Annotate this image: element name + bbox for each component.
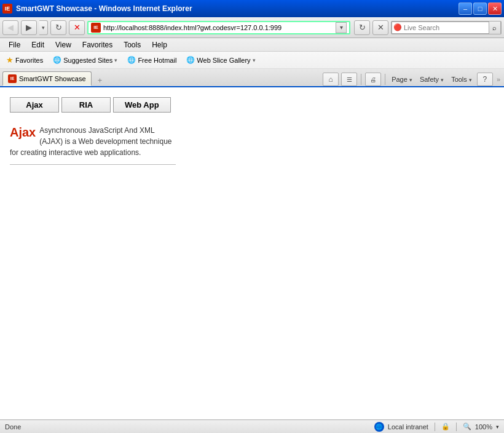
ajax-button[interactable]: Ajax (10, 97, 59, 113)
address-favicon: IE (91, 23, 101, 33)
nav-buttons-row: Ajax RIA Web App (10, 97, 494, 113)
page-menu[interactable]: Page ▾ (389, 74, 415, 84)
active-tab[interactable]: IE SmartGWT Showcase (2, 71, 92, 86)
suggested-sites-label: Suggested Sites (63, 57, 112, 64)
zoom-icon: 🔍 (463, 423, 471, 431)
menu-file[interactable]: File (4, 39, 25, 50)
back-button[interactable]: ◀ (2, 20, 18, 35)
nav-stop-btn[interactable]: ✕ (372, 20, 388, 35)
address-url: http://localhost:8888/index.html?gwt.cod… (103, 24, 333, 31)
menu-bar: File Edit View Favorites Tools Help (0, 38, 504, 52)
tab-title: SmartGWT Showcase (19, 75, 86, 82)
suggested-sites-link[interactable]: 🌐 Suggested Sites ▾ (50, 55, 120, 65)
tabs-toolbar: ⌂ ☰ 🖨 Page ▾ Safety ▾ Tools ▾ ? » (323, 73, 502, 86)
status-divider2 (456, 423, 457, 431)
refresh-button[interactable]: ↻ (50, 20, 66, 35)
print-button[interactable]: 🖨 (365, 73, 381, 86)
web-slice-gallery-label: Web Slice Gallery (197, 57, 250, 64)
star-icon: ★ (6, 55, 14, 65)
home-button[interactable]: ⌂ (323, 73, 339, 86)
menu-tools[interactable]: Tools (119, 39, 146, 50)
address-bar-container: IE http://localhost:8888/index.html?gwt.… (87, 21, 350, 34)
help-button[interactable]: ? (477, 73, 493, 86)
maximize-button[interactable]: □ (473, 2, 487, 15)
hotmail-icon: 🌐 (127, 56, 136, 64)
web-app-button[interactable]: Web App (113, 97, 171, 113)
page-chevron-icon: ▾ (409, 77, 412, 83)
favorites-bar: ★ Favorites 🌐 Suggested Sites ▾ 🌐 Free H… (0, 52, 504, 69)
navigation-bar: ◀ ▶ ▾ ↻ ✕ IE http://localhost:8888/index… (0, 17, 504, 38)
rss-button[interactable]: ☰ (341, 73, 357, 86)
address-go-button[interactable]: ▾ (336, 22, 347, 33)
safety-menu[interactable]: Safety ▾ (417, 74, 446, 84)
ajax-description-block: Ajax Asynchronous JavaScript And XML (AJ… (10, 125, 176, 165)
close-button[interactable]: ✕ (488, 2, 502, 15)
menu-edit[interactable]: Edit (26, 39, 49, 50)
ajax-heading: Ajax (10, 125, 36, 140)
status-right: 🌐 Local intranet 🔒 🔍 100% ▾ (374, 422, 499, 432)
intranet-label: Local intranet (388, 423, 428, 431)
tab-favicon: IE (8, 74, 17, 83)
status-left: Done (5, 423, 21, 431)
search-input[interactable] (404, 24, 489, 31)
safety-chevron-icon: ▾ (441, 77, 444, 83)
status-bar: Done 🌐 Local intranet 🔒 🔍 100% ▾ (0, 419, 504, 433)
menu-help[interactable]: Help (147, 39, 172, 50)
intranet-icon: 🌐 (374, 422, 384, 432)
address-bar[interactable]: IE http://localhost:8888/index.html?gwt.… (87, 21, 350, 34)
content-area: Ajax RIA Web App Ajax Asynchronous JavaS… (0, 87, 504, 419)
search-container: 🔴 ⌕ (391, 21, 502, 34)
nav-refresh-btn[interactable]: ↻ (354, 20, 370, 35)
free-hotmail-link[interactable]: 🌐 Free Hotmail (125, 55, 179, 65)
ria-button[interactable]: RIA (61, 97, 111, 113)
zoom-label: 100% (475, 423, 492, 431)
zoom-chevron-icon: ▾ (496, 424, 499, 430)
suggested-sites-icon: 🌐 (53, 56, 61, 64)
free-hotmail-label: Free Hotmail (138, 57, 176, 64)
window-title: SmartGWT Showcase - Windows Internet Exp… (16, 4, 192, 13)
new-tab-button[interactable]: + (93, 74, 108, 86)
minimize-button[interactable]: – (459, 2, 472, 15)
tools-menu[interactable]: Tools ▾ (449, 74, 474, 84)
toolbar-divider (361, 74, 361, 85)
web-slice-chevron-icon: ▾ (253, 57, 256, 63)
nav-dropdown-button[interactable]: ▾ (39, 20, 48, 35)
window-controls: – □ ✕ (459, 2, 502, 15)
search-provider-icon: 🔴 (392, 22, 404, 34)
web-slice-gallery-link[interactable]: 🌐 Web Slice Gallery ▾ (184, 55, 258, 65)
search-button[interactable]: ⌕ (489, 22, 500, 34)
stop-button[interactable]: ✕ (69, 20, 85, 35)
title-bar-left: IE SmartGWT Showcase - Windows Internet … (2, 4, 192, 14)
menu-favorites[interactable]: Favorites (77, 39, 117, 50)
tabs-bar: IE SmartGWT Showcase + ⌂ ☰ 🖨 Page ▾ Safe… (0, 69, 504, 87)
tools-chevron-icon: ▾ (469, 77, 472, 83)
ie-app-icon: IE (2, 4, 12, 14)
menu-view[interactable]: View (50, 39, 76, 50)
forward-button[interactable]: ▶ (21, 20, 37, 35)
title-bar: IE SmartGWT Showcase - Windows Internet … (0, 0, 504, 17)
favorites-label: Favorites (15, 57, 43, 64)
suggested-sites-chevron-icon: ▾ (114, 57, 117, 63)
favorites-button[interactable]: ★ Favorites (4, 54, 45, 66)
toolbar-divider2 (385, 74, 385, 85)
status-divider (435, 423, 435, 431)
status-text: Done (5, 423, 21, 431)
lock-icon: 🔒 (441, 423, 450, 431)
web-slice-icon: 🌐 (186, 56, 195, 64)
toolbar-extend-button[interactable]: » (495, 76, 502, 83)
